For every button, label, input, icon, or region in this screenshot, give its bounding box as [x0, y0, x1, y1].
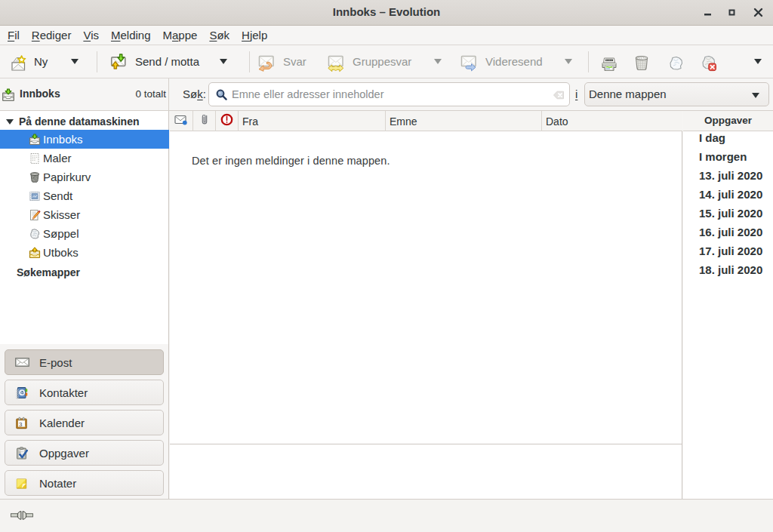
svg-text:3: 3 — [19, 420, 23, 427]
